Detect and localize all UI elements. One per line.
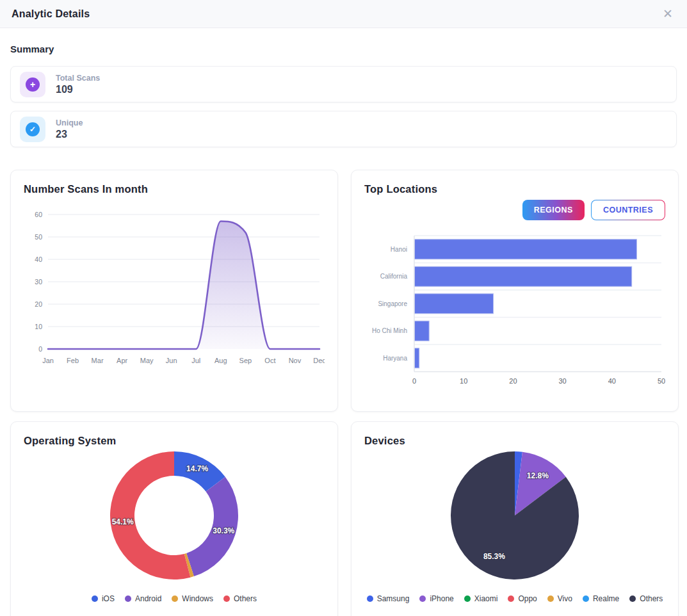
regions-button[interactable]: REGIONS: [522, 200, 585, 220]
close-button[interactable]: ✕: [660, 6, 675, 21]
devices-card: Devices 12.8%85.3% SamsungiPhoneXiaomiOp…: [351, 421, 679, 616]
svg-text:0: 0: [412, 377, 416, 385]
svg-text:Haryana: Haryana: [383, 355, 407, 362]
svg-text:30: 30: [558, 377, 566, 385]
total-scans-label: Total Scans: [56, 74, 100, 83]
svg-text:Jan: Jan: [42, 357, 54, 364]
top-locations-title: Top Locations: [364, 183, 665, 195]
legend-item[interactable]: Xiaomi: [464, 594, 498, 603]
svg-text:20: 20: [509, 377, 517, 385]
legend-label: Oppo: [518, 594, 537, 603]
legend-label: Windows: [182, 594, 213, 603]
svg-text:54.1%: 54.1%: [112, 517, 134, 526]
legend-item[interactable]: Others: [223, 594, 257, 603]
svg-text:40: 40: [35, 255, 42, 263]
svg-text:Dec: Dec: [313, 357, 325, 364]
legend-dot: [419, 596, 426, 602]
svg-text:California: California: [380, 273, 408, 280]
svg-text:Sep: Sep: [239, 357, 252, 364]
legend-dot: [547, 596, 554, 602]
svg-text:30: 30: [35, 278, 42, 286]
svg-text:10: 10: [460, 377, 467, 385]
legend-dot: [464, 596, 471, 602]
donut-chart: 14.7%30.3%54.1%: [24, 447, 325, 584]
svg-text:Jun: Jun: [166, 357, 177, 364]
svg-text:Mar: Mar: [92, 357, 104, 364]
svg-text:40: 40: [608, 377, 616, 385]
total-scans-card: + Total Scans 109: [10, 66, 677, 102]
legend-dot: [125, 596, 131, 602]
summary-heading: Summary: [10, 44, 677, 54]
legend-item[interactable]: Realme: [583, 594, 619, 603]
area-chart: 0102030405060JanFebMarAprMayJunJulAugSep…: [24, 195, 325, 376]
legend-item[interactable]: Vivo: [547, 594, 572, 603]
devices-title: Devices: [364, 435, 665, 447]
svg-text:30.3%: 30.3%: [213, 526, 234, 535]
svg-text:Apr: Apr: [117, 357, 127, 364]
svg-text:20: 20: [35, 300, 42, 308]
charts-grid: Number Scans In month 0102030405060JanFe…: [10, 170, 677, 616]
svg-text:12.8%: 12.8%: [527, 471, 549, 480]
legend-label: Realme: [593, 594, 619, 603]
dialog-header: Analytic Details ✕: [0, 0, 687, 28]
svg-text:85.3%: 85.3%: [483, 552, 505, 561]
legend-label: Vivo: [558, 594, 572, 603]
legend-item[interactable]: Windows: [172, 594, 213, 603]
legend-dot: [508, 596, 514, 602]
check-circle-icon: ✓: [20, 117, 45, 142]
svg-text:Feb: Feb: [67, 357, 79, 364]
legend-dot: [92, 596, 98, 602]
legend-item[interactable]: iOS: [92, 594, 115, 603]
locations-toggle: REGIONS COUNTRIES: [364, 200, 665, 220]
legend-item[interactable]: iPhone: [419, 594, 453, 603]
svg-text:May: May: [140, 357, 154, 364]
svg-text:Ho Chi Minh: Ho Chi Minh: [372, 327, 407, 334]
legend-dot: [629, 596, 636, 602]
svg-text:0: 0: [38, 345, 42, 353]
operating-system-title: Operating System: [24, 435, 325, 447]
unique-card: ✓ Unique 23: [10, 111, 677, 147]
top-locations-card: Top Locations REGIONS COUNTRIES HanoiCal…: [351, 170, 679, 412]
unique-label: Unique: [56, 118, 83, 127]
svg-text:10: 10: [35, 323, 42, 330]
svg-text:Hanoi: Hanoi: [391, 246, 407, 253]
legend-item[interactable]: Samsung: [367, 594, 410, 603]
legend-dot: [223, 596, 230, 602]
scans-per-month-title: Number Scans In month: [24, 183, 325, 195]
legend-label: iOS: [102, 594, 115, 603]
legend-label: Others: [640, 594, 663, 603]
legend-item[interactable]: Android: [125, 594, 161, 603]
svg-text:Nov: Nov: [289, 357, 302, 364]
scans-per-month-card: Number Scans In month 0102030405060JanFe…: [10, 170, 338, 412]
svg-text:Oct: Oct: [264, 357, 275, 364]
os-legend: iOSAndroidWindowsOthers: [24, 594, 325, 603]
svg-text:Aug: Aug: [214, 357, 227, 364]
svg-text:Jul: Jul: [191, 357, 200, 364]
dialog-body: Summary + Total Scans 109 ✓ Unique 23 Nu…: [0, 44, 687, 616]
total-scans-value: 109: [56, 84, 100, 95]
horizontal-bar-chart: HanoiCaliforniaSingaporeHo Chi MinhHarya…: [364, 227, 665, 388]
countries-button[interactable]: COUNTRIES: [591, 200, 665, 220]
pie-chart: 12.8%85.3%: [364, 447, 665, 584]
operating-system-card: Operating System 14.7%30.3%54.1% iOSAndr…: [10, 421, 338, 616]
legend-item[interactable]: Others: [629, 594, 663, 603]
svg-text:14.7%: 14.7%: [186, 464, 208, 473]
svg-text:60: 60: [35, 211, 42, 218]
devices-legend: SamsungiPhoneXiaomiOppoVivoRealmeOthers: [364, 594, 665, 603]
close-icon: ✕: [663, 7, 673, 20]
svg-text:50: 50: [35, 233, 42, 241]
legend-label: Samsung: [377, 594, 410, 603]
legend-label: iPhone: [430, 594, 453, 603]
unique-value: 23: [56, 129, 83, 140]
svg-text:Singapore: Singapore: [378, 300, 407, 307]
legend-dot: [367, 596, 373, 602]
legend-dot: [583, 596, 589, 602]
legend-label: Xiaomi: [474, 594, 498, 603]
legend-label: Others: [234, 594, 257, 603]
dialog-title: Analytic Details: [12, 8, 90, 20]
legend-item[interactable]: Oppo: [508, 594, 537, 603]
plus-circle-icon: +: [20, 72, 45, 97]
legend-dot: [172, 596, 178, 602]
svg-text:50: 50: [658, 377, 665, 385]
legend-label: Android: [135, 594, 161, 603]
